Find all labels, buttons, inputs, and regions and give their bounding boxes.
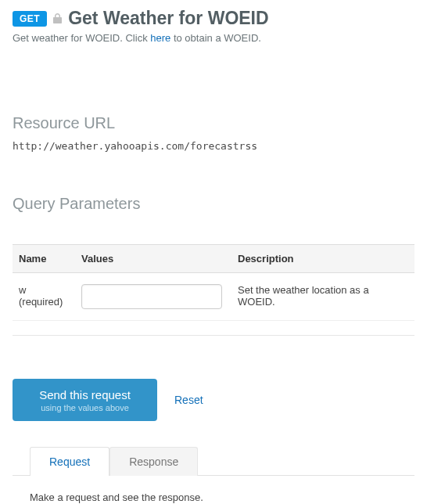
param-required: (required) <box>19 296 63 308</box>
resource-url-heading: Resource URL <box>13 114 414 132</box>
param-name-cell: w (required) <box>13 273 75 321</box>
send-sublabel: using the values above <box>34 403 135 413</box>
resource-url-value: http://weather.yahooapis.com/forecastrss <box>13 140 414 152</box>
lock-icon <box>53 13 62 23</box>
reset-link[interactable]: Reset <box>174 394 203 406</box>
obtain-woeid-link[interactable]: here <box>150 32 170 44</box>
query-parameters-heading: Query Parameters <box>13 195 414 213</box>
send-request-button[interactable]: Send this request using the values above <box>13 379 157 421</box>
http-method-badge: GET <box>13 11 47 27</box>
table-header-row: Name Values Description <box>13 245 414 273</box>
param-name: w <box>19 284 26 296</box>
send-label: Send this request <box>34 388 135 402</box>
subtitle-prefix: Get weather for WOEID. Click <box>13 32 150 44</box>
page-subtitle: Get weather for WOEID. Click here to obt… <box>13 32 414 44</box>
col-values: Values <box>75 245 231 273</box>
param-value-input[interactable] <box>81 284 222 309</box>
tabs-row: Request Response <box>30 446 414 475</box>
tab-panel: Make a request and see the response. <box>13 475 414 504</box>
tab-request[interactable]: Request <box>30 447 109 476</box>
tab-response[interactable]: Response <box>109 447 198 476</box>
divider <box>13 335 414 336</box>
param-description: Set the weather location as a WOEID. <box>231 273 414 321</box>
col-name: Name <box>13 245 75 273</box>
table-row: w (required) Set the weather location as… <box>13 273 414 321</box>
col-description: Description <box>231 245 414 273</box>
action-row: Send this request using the values above… <box>13 379 414 421</box>
page-title: Get Weather for WOEID <box>68 8 268 29</box>
param-value-cell <box>75 273 231 321</box>
subtitle-suffix: to obtain a WOEID. <box>170 32 261 44</box>
panel-message: Make a request and see the response. <box>30 491 203 503</box>
query-parameters-table: Name Values Description w (required) Set… <box>13 244 414 321</box>
header-row: GET Get Weather for WOEID <box>13 8 414 29</box>
